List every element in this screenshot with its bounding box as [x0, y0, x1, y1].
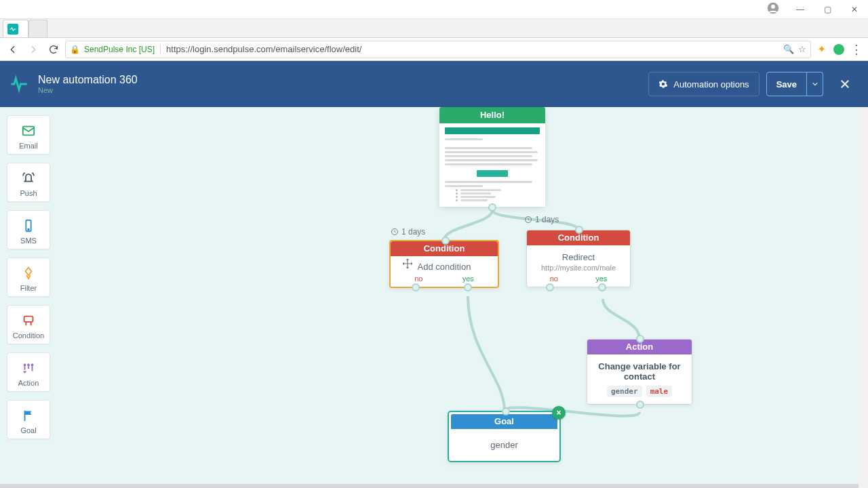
svg-point-6: [24, 364, 26, 367]
palette-filter-label: Filter: [20, 284, 37, 292]
palette-push-label: Push: [20, 189, 37, 197]
node-condition-redirect[interactable]: Condition Redirect http://mysite.com/mal…: [526, 230, 631, 287]
palette-action-label: Action: [18, 379, 39, 387]
port-no[interactable]: [546, 283, 554, 291]
flow-canvas[interactable]: Email Push SMS Filter Condition Action: [0, 107, 868, 488]
app-root: New automation 360 New Automation option…: [0, 61, 868, 488]
node-condition-body: Redirect: [532, 252, 625, 262]
palette-condition[interactable]: Condition: [7, 305, 50, 344]
vertical-scrollbar[interactable]: [859, 107, 868, 488]
action-icon: [21, 359, 36, 378]
address-bar[interactable]: 🔒 SendPulse Inc [US] https://login.sendp…: [65, 41, 811, 58]
window-maximize-icon[interactable]: ▢: [814, 5, 841, 14]
save-more-button[interactable]: [807, 72, 823, 96]
branch-no-label: no: [550, 274, 558, 283]
palette-email[interactable]: Email: [7, 115, 50, 155]
node-goal-title: Goal: [451, 414, 557, 429]
node-goal[interactable]: × Goal gender: [448, 411, 561, 462]
automation-options-label: Automation options: [673, 79, 749, 89]
svg-rect-5: [24, 317, 33, 322]
port-in[interactable]: [502, 407, 510, 415]
palette-action[interactable]: Action: [7, 352, 50, 392]
window-minimize-icon[interactable]: —: [787, 5, 814, 14]
palette-sms-label: SMS: [20, 237, 37, 245]
node-condition-sub: http://mysite.com/male: [532, 264, 625, 272]
move-cursor-icon: [401, 258, 414, 271]
bell-icon: [21, 169, 36, 188]
page-url: https://login.sendpulse.com/emailservice…: [166, 44, 361, 54]
app-header: New automation 360 New Automation option…: [0, 61, 868, 107]
node-email-hello[interactable]: Hello!: [439, 107, 545, 207]
back-button[interactable]: [4, 41, 22, 58]
close-icon: [839, 78, 851, 90]
condition-icon: [21, 311, 36, 330]
clock-icon: [524, 216, 532, 224]
email-icon: [21, 121, 36, 140]
delay-badge-cond1: 1 days: [391, 227, 425, 237]
pulse-favicon-icon: [7, 24, 18, 35]
automation-options-button[interactable]: Automation options: [648, 72, 759, 96]
port-yes[interactable]: [464, 283, 472, 291]
clock-icon: [391, 228, 399, 236]
forward-button[interactable]: [24, 41, 42, 58]
new-tab-button[interactable]: [28, 20, 47, 37]
palette-goal-label: Goal: [20, 426, 36, 434]
chrome-profile-icon[interactable]: [760, 2, 787, 16]
flag-icon: [21, 406, 36, 425]
delay-badge-cond2: 1 days: [524, 215, 559, 224]
flow-connectors: [0, 107, 868, 488]
port-out[interactable]: [636, 401, 644, 409]
svg-point-8: [31, 364, 34, 367]
branch-no-label: no: [414, 274, 422, 283]
svg-point-7: [27, 364, 30, 367]
palette-email-label: Email: [19, 142, 38, 150]
email-thumbnail: [439, 123, 545, 207]
save-button[interactable]: Save: [766, 72, 807, 96]
app-logo-icon: [5, 70, 33, 98]
extension-grammarly-icon[interactable]: [831, 42, 846, 57]
window-titlebar: — ▢ ✕: [0, 0, 868, 19]
window-close-icon[interactable]: ✕: [841, 5, 868, 14]
horizontal-scrollbar[interactable]: [0, 484, 859, 488]
filter-icon: [21, 264, 36, 283]
browser-tab-active[interactable]: [3, 20, 28, 37]
security-origin: SendPulse Inc [US]: [84, 45, 161, 54]
chevron-down-icon: [812, 81, 818, 87]
browser-toolbar: 🔒 SendPulse Inc [US] https://login.sendp…: [0, 38, 868, 61]
tab-strip: [0, 19, 868, 38]
node-action-change-variable[interactable]: Action Change variable for contact gende…: [587, 339, 692, 405]
port-in[interactable]: [575, 226, 583, 234]
close-editor-button[interactable]: [833, 72, 857, 96]
variable-value: male: [646, 386, 673, 397]
reload-button[interactable]: [45, 41, 62, 58]
extension-puzzle-icon[interactable]: ✦: [814, 42, 829, 57]
page-subtitle: New: [38, 86, 138, 94]
branch-yes-label: yes: [462, 274, 474, 283]
zoom-icon[interactable]: 🔍: [783, 44, 794, 54]
svg-point-1: [771, 5, 775, 9]
svg-point-4: [28, 229, 29, 230]
gear-icon: [658, 79, 668, 89]
port-yes[interactable]: [598, 283, 606, 291]
palette-sms[interactable]: SMS: [7, 210, 50, 249]
goal-close-icon[interactable]: ×: [552, 406, 566, 420]
node-action-body: Change variable for contact: [594, 361, 685, 382]
chrome-menu-icon[interactable]: ⋮: [849, 42, 864, 57]
palette-filter[interactable]: Filter: [7, 258, 50, 297]
port-out[interactable]: [488, 203, 496, 211]
node-palette: Email Push SMS Filter Condition Action: [7, 115, 50, 439]
lock-icon: 🔒: [70, 45, 80, 54]
bookmark-star-icon[interactable]: ☆: [798, 44, 806, 54]
palette-condition-label: Condition: [13, 331, 44, 340]
page-title: New automation 360: [38, 74, 138, 86]
port-in[interactable]: [636, 335, 644, 343]
phone-icon: [21, 216, 36, 235]
port-no[interactable]: [412, 283, 420, 291]
palette-goal[interactable]: Goal: [7, 400, 50, 439]
node-goal-body: gender: [449, 429, 559, 461]
palette-push[interactable]: Push: [7, 163, 50, 202]
variable-name: gender: [607, 386, 642, 397]
branch-yes-label: yes: [595, 274, 607, 283]
node-email-title: Hello!: [439, 107, 545, 123]
port-in[interactable]: [441, 237, 450, 245]
